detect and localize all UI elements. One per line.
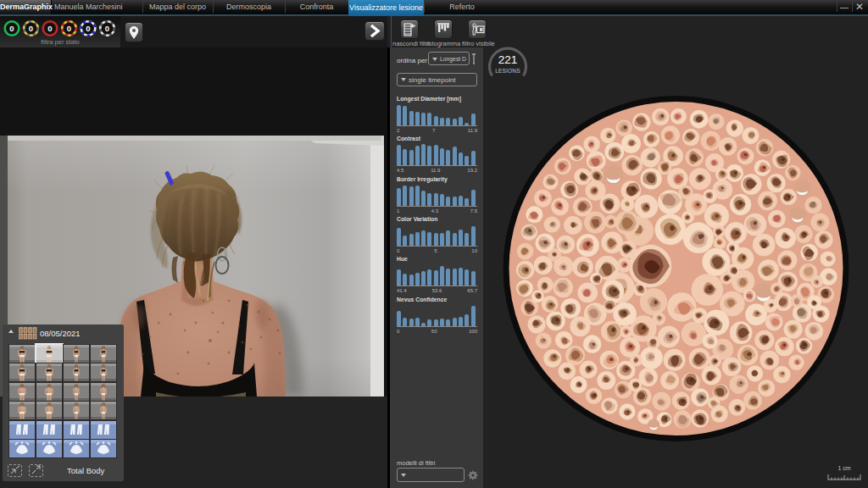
svg-text:0: 0 xyxy=(86,24,90,33)
svg-text:0: 0 xyxy=(9,24,14,33)
svg-text:0: 0 xyxy=(67,24,71,33)
svg-text:0: 0 xyxy=(47,24,52,33)
svg-text:0: 0 xyxy=(29,24,33,33)
svg-text:0: 0 xyxy=(105,24,109,33)
